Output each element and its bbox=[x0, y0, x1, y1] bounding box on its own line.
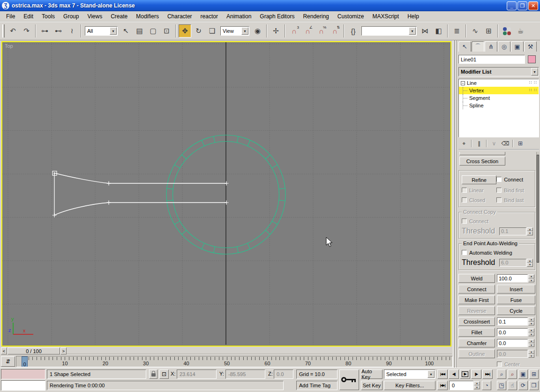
fillet-field[interactable]: 0.0 bbox=[497, 328, 528, 336]
minimize-button[interactable]: _ bbox=[507, 1, 517, 10]
mirror-button[interactable]: ⋈ bbox=[419, 24, 431, 38]
time-slider-next-button[interactable]: > bbox=[60, 347, 67, 354]
outline-field[interactable]: 0.0 bbox=[497, 350, 528, 358]
window-crossing-toggle-button[interactable]: ⊡ bbox=[160, 24, 173, 38]
show-end-result-icon[interactable]: ∥ bbox=[473, 139, 485, 148]
menu-modifiers[interactable]: Modifiers bbox=[132, 12, 163, 21]
pan-button[interactable]: ☝ bbox=[508, 381, 517, 390]
fillet-spinner[interactable]: ▲▼ bbox=[528, 328, 534, 336]
selection-filter-dropdown[interactable]: All▼ bbox=[85, 26, 118, 36]
cross-insert-spinner[interactable]: ▲▼ bbox=[528, 317, 534, 325]
close-button[interactable]: ✕ bbox=[528, 1, 538, 10]
connect-button[interactable]: Connect bbox=[458, 285, 495, 294]
layer-manager-button[interactable]: ≣ bbox=[450, 24, 463, 38]
connect-copy-threshold-field[interactable]: 0.1 bbox=[499, 227, 526, 235]
attach-mult-button-partial[interactable] bbox=[459, 152, 505, 155]
tab-motion[interactable]: ◎ bbox=[498, 41, 510, 52]
select-object-button[interactable]: ↖ bbox=[120, 24, 132, 38]
arc-rotate-button[interactable]: ⟳ bbox=[518, 381, 528, 390]
chamfer-spinner[interactable]: ▲▼ bbox=[528, 339, 534, 347]
play-button[interactable]: ▶ bbox=[460, 369, 470, 379]
outline-spinner[interactable]: ▲▼ bbox=[528, 350, 534, 358]
percent-snap-button[interactable]: ∩% bbox=[315, 24, 328, 38]
bind-to-space-warp-button[interactable]: ≀ bbox=[66, 24, 78, 38]
select-and-manipulate-button[interactable]: ✢ bbox=[270, 24, 282, 38]
tab-display[interactable]: ▣ bbox=[511, 41, 524, 52]
schematic-view-button[interactable]: ⊞ bbox=[482, 24, 495, 38]
key-filters-button[interactable]: Key Filters... bbox=[384, 381, 435, 390]
insert-button[interactable]: Insert bbox=[497, 285, 535, 294]
select-and-link-button[interactable]: ⊶ bbox=[38, 24, 51, 38]
weld-threshold-field[interactable]: 6.0 bbox=[499, 259, 526, 267]
z-coordinate-field[interactable]: 0.0 bbox=[274, 369, 293, 379]
rollout-scrollbar-thumb[interactable] bbox=[537, 155, 539, 263]
menu-customize[interactable]: Customize bbox=[333, 12, 368, 21]
connect-checkbox[interactable] bbox=[496, 177, 502, 182]
tab-create[interactable]: ↖ bbox=[458, 41, 471, 52]
viewport-canvas[interactable]: Top bbox=[2, 42, 450, 346]
connect-copy-checkbox[interactable] bbox=[462, 219, 467, 224]
named-selection-dropdown[interactable]: ▼ bbox=[361, 26, 417, 36]
curve-editor-button[interactable]: ∿ bbox=[469, 24, 481, 38]
material-editor-button[interactable] bbox=[501, 24, 513, 38]
select-by-name-button[interactable]: ▤ bbox=[133, 24, 146, 38]
viewport-top[interactable]: Top bbox=[1, 41, 451, 347]
open-mini-curve-editor-button[interactable]: ⇵ bbox=[1, 356, 15, 367]
chevron-down-icon[interactable]: ▼ bbox=[110, 27, 117, 35]
next-frame-button[interactable]: ||▶ bbox=[471, 369, 481, 379]
zoom-extents-all-button[interactable]: ⊞ bbox=[529, 369, 539, 379]
select-and-rotate-button[interactable]: ↻ bbox=[192, 24, 205, 38]
tab-utilities[interactable]: ⚒ bbox=[524, 41, 537, 52]
remove-modifier-icon[interactable]: ⌫ bbox=[500, 139, 511, 148]
weld-threshold-spinner[interactable]: ▲▼ bbox=[527, 259, 533, 267]
modifier-list-dropdown[interactable]: Modifier List ▼ bbox=[458, 67, 539, 76]
object-color-swatch[interactable] bbox=[528, 55, 536, 63]
rectangular-selection-region-button[interactable]: ▢ bbox=[147, 24, 159, 38]
panel-splitter[interactable] bbox=[453, 40, 457, 368]
fillet-button[interactable]: Fillet bbox=[458, 328, 495, 337]
x-coordinate-field[interactable]: 23.614 bbox=[177, 369, 217, 379]
connect-copy-threshold-spinner[interactable]: ▲▼ bbox=[527, 227, 533, 235]
stack-item-segment[interactable]: Segment bbox=[459, 94, 539, 102]
zoom-extents-button[interactable]: ▣ bbox=[518, 369, 528, 379]
automatic-welding-checkbox[interactable] bbox=[462, 250, 467, 255]
maxscript-mini-listener-white[interactable] bbox=[1, 380, 45, 391]
time-configuration-button[interactable]: ◔ bbox=[482, 381, 491, 390]
chamfer-field[interactable]: 0.0 bbox=[497, 339, 528, 347]
chevron-down-icon[interactable]: ▼ bbox=[428, 370, 435, 378]
chevron-down-icon[interactable]: ▼ bbox=[241, 27, 248, 35]
weld-value-spinner[interactable]: ▲▼ bbox=[528, 274, 534, 282]
cross-insert-field[interactable]: 0.1 bbox=[497, 317, 528, 325]
menu-help[interactable]: Help bbox=[403, 12, 423, 21]
menu-edit[interactable]: Edit bbox=[19, 12, 38, 21]
configure-modifier-sets-icon[interactable]: ⊞ bbox=[515, 139, 526, 148]
zoom-button[interactable]: ⌕ bbox=[497, 369, 506, 379]
tab-hierarchy[interactable]: ⋔ bbox=[485, 41, 497, 52]
unlink-selection-button[interactable]: ⊷ bbox=[52, 24, 65, 38]
tab-modify[interactable]: ⌒ bbox=[472, 41, 484, 52]
menu-create[interactable]: Create bbox=[106, 12, 132, 21]
fuse-button[interactable]: Fuse bbox=[497, 295, 535, 304]
menu-rendering[interactable]: Rendering bbox=[299, 12, 333, 21]
key-mode-toggle-button[interactable]: |◀▶| bbox=[437, 381, 448, 390]
angle-snap-button[interactable]: ∩∠ bbox=[301, 24, 314, 38]
render-setup-button[interactable]: ☕ bbox=[514, 24, 527, 38]
menu-tools[interactable]: Tools bbox=[38, 12, 59, 21]
stack-item-line[interactable]: −Line∷ ∷ bbox=[459, 79, 539, 87]
make-first-button[interactable]: Make First bbox=[458, 295, 495, 304]
absolute-offset-toggle[interactable]: ⊡ bbox=[159, 369, 169, 379]
named-selection-sets-button[interactable]: {} bbox=[347, 24, 360, 38]
menu-views[interactable]: Views bbox=[83, 12, 106, 21]
selection-lock-toggle[interactable] bbox=[149, 369, 158, 379]
refine-button[interactable]: Refine bbox=[462, 175, 496, 184]
reverse-button[interactable]: Reverse bbox=[458, 306, 495, 315]
use-pivot-center-button[interactable]: ◉ bbox=[251, 24, 264, 38]
select-and-move-button[interactable]: ✥ bbox=[179, 24, 191, 38]
menu-group[interactable]: Group bbox=[59, 12, 83, 21]
stack-item-vertex[interactable]: Vertex∷ ∷ bbox=[459, 87, 539, 94]
closed-checkbox[interactable] bbox=[462, 197, 467, 203]
set-key-button[interactable]: Set Key bbox=[361, 381, 382, 390]
frame-field-spinner[interactable]: ▲▼ bbox=[474, 381, 480, 389]
make-unique-icon[interactable]: ∨ bbox=[488, 139, 500, 148]
stack-item-spline[interactable]: Spline bbox=[459, 102, 539, 109]
